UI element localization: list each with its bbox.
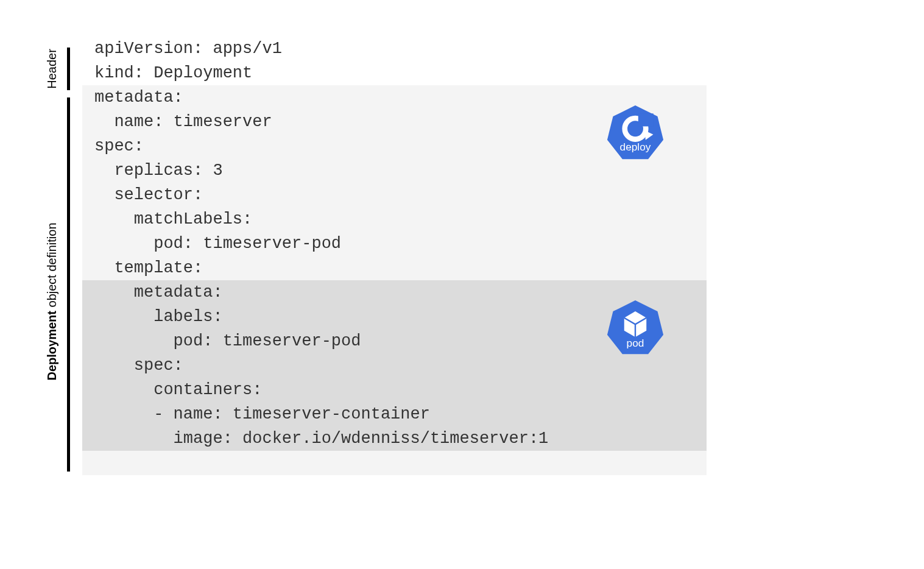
pod-icon-label: pod: [627, 337, 644, 349]
code-line: image: docker.io/wdenniss/timeserver:1: [82, 426, 707, 451]
header-label: Header: [45, 49, 59, 89]
deploy-icon-label: deploy: [620, 141, 651, 153]
code-line: replicas: 3: [82, 158, 707, 183]
code-line: kind: Deployment: [82, 61, 707, 85]
deployment-bracket-line: [67, 97, 70, 472]
yaml-structure-diagram: Header Deployment object definition Pod …: [37, 37, 707, 475]
deployment-label: Deployment object definition: [45, 222, 59, 380]
code-line: containers:: [82, 378, 707, 402]
code-line: [82, 451, 707, 475]
code-line: selector:: [82, 183, 707, 207]
header-bracket-line: [67, 48, 70, 90]
deploy-icon: deploy: [606, 104, 665, 162]
code-line: template:: [82, 256, 707, 280]
deployment-label-rest: object definition: [45, 222, 58, 311]
deployment-label-bold: Deployment: [45, 311, 58, 380]
yaml-code-block: apiVersion: apps/v1kind: Deploymentmetad…: [82, 37, 707, 475]
pod-icon: pod: [606, 299, 665, 357]
code-line: spec:: [82, 353, 707, 378]
code-line: matchLabels:: [82, 207, 707, 231]
code-line: - name: timeserver-container: [82, 402, 707, 426]
code-line: apiVersion: apps/v1: [82, 37, 707, 61]
code-line: pod: timeserver-pod: [82, 231, 707, 256]
svg-rect-2: [638, 113, 654, 126]
